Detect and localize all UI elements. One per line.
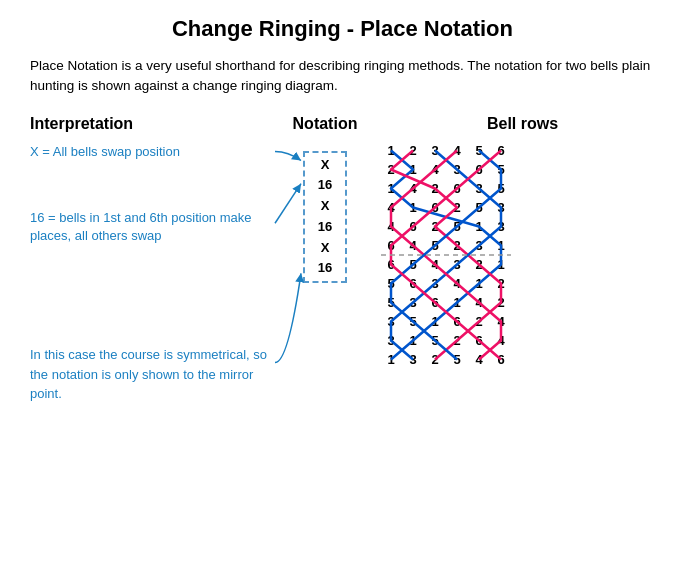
x-note: X = All bells swap position <box>30 143 270 161</box>
bell-cell: 1 <box>402 198 424 217</box>
bell-cell: 2 <box>424 217 446 236</box>
bell-cell: 3 <box>424 274 446 293</box>
notation-cell-5: X <box>313 238 337 259</box>
notation-cell-4: 16 <box>313 217 337 238</box>
bell-cell: 2 <box>380 160 402 179</box>
bell-cell: 4 <box>402 236 424 255</box>
bell-cell: 2 <box>468 312 490 331</box>
bell-cell: 4 <box>424 255 446 274</box>
bell-cell: 6 <box>446 179 468 198</box>
bell-cell: 5 <box>424 331 446 350</box>
table-row: 645231 <box>380 236 512 255</box>
bell-cell: 2 <box>446 331 468 350</box>
bell-cell: 2 <box>446 236 468 255</box>
bell-cell: 3 <box>490 217 512 236</box>
bell-cell: 1 <box>402 331 424 350</box>
table-row: 462513 <box>380 217 512 236</box>
bell-cell: 6 <box>380 236 402 255</box>
bell-cell: 4 <box>424 160 446 179</box>
interpretation-column: X = All bells swap position 16 = bells i… <box>30 137 270 404</box>
bell-cell: 6 <box>402 274 424 293</box>
bellrows-column: 1234562143651426354162534625136452316543… <box>380 137 665 404</box>
bell-cell: 5 <box>402 312 424 331</box>
intro-text: Place Notation is a very useful shorthan… <box>20 56 665 97</box>
bell-cell: 5 <box>380 293 402 312</box>
bell-cell: 2 <box>424 350 446 369</box>
bell-cell: 6 <box>402 217 424 236</box>
bell-cell: 4 <box>446 141 468 160</box>
bell-cell: 1 <box>380 141 402 160</box>
bell-cell: 2 <box>402 141 424 160</box>
bell-cell: 6 <box>468 331 490 350</box>
bell-cell: 5 <box>468 141 490 160</box>
notation-cell-2: 16 <box>313 175 337 196</box>
diagram-wrapper: 1234562143651426354162534625136452316543… <box>380 141 512 369</box>
bell-cell: 6 <box>468 160 490 179</box>
table-row: 315264 <box>380 331 512 350</box>
bell-cell: 3 <box>380 331 402 350</box>
bell-cell: 2 <box>446 198 468 217</box>
bell-cell: 2 <box>468 255 490 274</box>
bell-cell: 5 <box>380 274 402 293</box>
bell-cell: 3 <box>424 141 446 160</box>
table-row: 132546 <box>380 350 512 369</box>
bell-cell: 1 <box>380 350 402 369</box>
bell-cell: 6 <box>446 312 468 331</box>
course-note: In this case the course is symmetrical, … <box>30 345 270 404</box>
bell-cell: 3 <box>402 350 424 369</box>
header-interpretation: Interpretation <box>30 115 270 133</box>
bell-cell: 5 <box>490 179 512 198</box>
table-row: 214365 <box>380 160 512 179</box>
table-row: 654321 <box>380 255 512 274</box>
notation-box: X 16 X 16 X 16 <box>303 151 347 284</box>
bell-cell: 6 <box>380 255 402 274</box>
bell-cell: 3 <box>490 198 512 217</box>
bellrows-table: 1234562143651426354162534625136452316543… <box>380 141 512 369</box>
notation-column: X 16 X 16 X 16 <box>270 137 380 404</box>
bell-cell: 3 <box>468 236 490 255</box>
bell-cell: 1 <box>468 217 490 236</box>
table-row: 351624 <box>380 312 512 331</box>
bell-cell: 1 <box>446 293 468 312</box>
notation-cell-1: X <box>313 155 337 176</box>
bell-cell: 4 <box>380 217 402 236</box>
bell-cell: 4 <box>468 293 490 312</box>
bell-cell: 5 <box>468 198 490 217</box>
bell-cell: 6 <box>490 350 512 369</box>
bell-cell: 6 <box>424 293 446 312</box>
notation-cell-6: 16 <box>313 258 337 279</box>
header-notation: Notation <box>270 115 380 133</box>
bell-cell: 4 <box>490 331 512 350</box>
bell-cell: 3 <box>380 312 402 331</box>
sixteen-note: 16 = bells in 1st and 6th position make … <box>30 209 270 245</box>
bell-cell: 5 <box>402 255 424 274</box>
bell-cell: 6 <box>490 141 512 160</box>
bell-cell: 1 <box>402 160 424 179</box>
table-row: 142635 <box>380 179 512 198</box>
bell-cell: 5 <box>490 160 512 179</box>
table-row: 123456 <box>380 141 512 160</box>
notation-cell-3: X <box>313 196 337 217</box>
bell-cell: 5 <box>446 350 468 369</box>
header-bellrows: Bell rows <box>380 115 665 133</box>
page-title: Change Ringing - Place Notation <box>20 16 665 42</box>
bell-cell: 2 <box>490 293 512 312</box>
bell-cell: 1 <box>490 255 512 274</box>
bell-cell: 6 <box>424 198 446 217</box>
bell-cell: 5 <box>446 217 468 236</box>
bell-cell: 4 <box>468 350 490 369</box>
table-row: 536142 <box>380 293 512 312</box>
bell-cell: 4 <box>490 312 512 331</box>
bell-cell: 1 <box>490 236 512 255</box>
bell-cell: 4 <box>402 179 424 198</box>
bell-cell: 2 <box>490 274 512 293</box>
bell-cell: 5 <box>424 236 446 255</box>
bell-cell: 3 <box>402 293 424 312</box>
table-row: 416253 <box>380 198 512 217</box>
bell-cell: 1 <box>468 274 490 293</box>
bell-cell: 3 <box>468 179 490 198</box>
bell-cell: 2 <box>424 179 446 198</box>
bell-cell: 3 <box>446 160 468 179</box>
bell-cell: 3 <box>446 255 468 274</box>
bell-cell: 4 <box>380 198 402 217</box>
